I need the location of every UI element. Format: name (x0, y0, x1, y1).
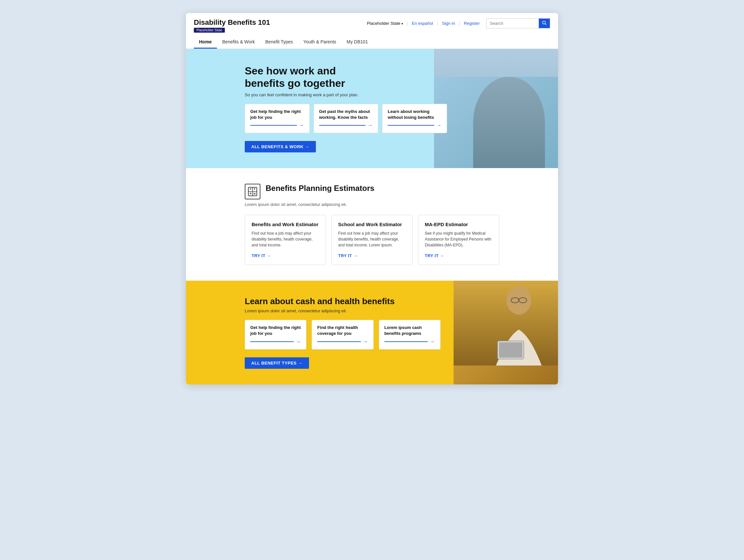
browser-window: Disability Benefits 101 Placeholder Stat… (186, 13, 558, 384)
benefit-card-2[interactable]: Find the right health coverage for you → (312, 320, 373, 349)
register-link[interactable]: Register (464, 21, 480, 26)
hero-card-1-arrow: → (250, 122, 304, 128)
main-nav: Home Benefits & Work Benefit Types Youth… (194, 36, 550, 49)
benefits-content: Learn about cash and health benefits Lor… (245, 296, 441, 368)
arrow-right-icon: → (363, 339, 368, 345)
svg-line-1 (545, 24, 547, 25)
hero-image (434, 49, 558, 168)
search-input[interactable] (487, 19, 539, 28)
estimator-2-title: School and Work Estimator (338, 222, 406, 227)
benefits-image (454, 281, 558, 384)
estimator-1-desc: Find out how a job may affect your disab… (252, 230, 319, 248)
estimators-title: Benefits Planning Estimators (266, 184, 374, 193)
estimator-3-title: MA-EPD Estimator (425, 222, 492, 227)
benefit-card-1[interactable]: Get help finding the right job for you → (245, 320, 306, 349)
arrow-right-icon: → (367, 122, 373, 128)
svg-point-7 (490, 102, 493, 105)
benefits-section: Learn about cash and health benefits Lor… (186, 281, 558, 384)
header-right: Placeholder State | En español | Sign in… (367, 18, 550, 28)
hero-card-3-arrow: → (388, 122, 442, 128)
benefit-card-3-arrow: → (384, 339, 435, 345)
state-badge: Placeholder State (194, 28, 225, 33)
svg-point-3 (498, 80, 526, 113)
arrow-right-icon: → (430, 339, 435, 345)
hero-subtitle: So you can feel confident in making work… (245, 92, 447, 97)
arrow-right-icon: → (436, 122, 442, 128)
estimators-section: Benefits Planning Estimators Lorem ipsum… (186, 168, 558, 281)
svg-rect-4 (497, 96, 500, 102)
nav-benefits-work[interactable]: Benefits & Work (217, 36, 260, 49)
estimator-2-cta[interactable]: TRY IT → (338, 253, 406, 258)
sign-in-link[interactable]: Sign in (442, 21, 455, 26)
hero-content: See how work and benefits go together So… (245, 65, 447, 152)
logo-area: Disability Benefits 101 Placeholder Stat… (194, 18, 270, 33)
svg-rect-25 (499, 342, 522, 358)
search-button[interactable] (539, 18, 550, 28)
hero-card-3[interactable]: Learn about working without losing benef… (382, 104, 447, 133)
arrow-right-icon: → (296, 339, 301, 345)
estimators-header: Benefits Planning Estimators (245, 184, 499, 199)
hero-section: See how work and benefits go together So… (186, 49, 558, 168)
hero-card-2[interactable]: Get past the myths about working. Know t… (313, 104, 378, 133)
estimator-1-cta[interactable]: TRY IT → (252, 253, 319, 258)
estimator-card-1: Benefits and Work Estimator Find out how… (245, 215, 326, 265)
arrow-right-icon: → (299, 122, 304, 128)
benefit-card-3[interactable]: Lorem ipsum cash benefits programs → (379, 320, 441, 349)
estimators-desc: Lorem ipsum dolor sit amet, consectetur … (245, 202, 499, 207)
nav-my-db101[interactable]: My DB101 (341, 36, 373, 49)
svg-rect-2 (434, 77, 558, 168)
search-bar (486, 18, 550, 28)
estimator-3-cta[interactable]: TRY IT → (425, 253, 492, 258)
estimator-3-desc: See if you might qualify for Medical Ass… (425, 230, 492, 248)
nav-youth-parents[interactable]: Youth & Parents (298, 36, 342, 49)
estimators-title-area: Benefits Planning Estimators (266, 184, 374, 193)
hero-card-1[interactable]: Get help finding the right job for you → (245, 104, 310, 133)
hero-cards: Get help finding the right job for you →… (245, 104, 447, 133)
site-title: Disability Benefits 101 (194, 18, 270, 27)
all-benefits-work-button[interactable]: ALL BENEFITS & WORK → (245, 141, 316, 152)
hero-heading: See how work and benefits go together (245, 65, 447, 90)
benefits-desc: Lorem ipsum dolor sit amet, consectetur … (245, 308, 441, 313)
benefit-cards: Get help finding the right job for you →… (245, 320, 441, 349)
svg-rect-5 (524, 96, 527, 102)
state-selector[interactable]: Placeholder State (367, 21, 403, 26)
estimator-1-title: Benefits and Work Estimator (252, 222, 319, 227)
hero-card-2-arrow: → (319, 122, 373, 128)
lang-link[interactable]: En español (412, 21, 433, 26)
header: Disability Benefits 101 Placeholder Stat… (186, 13, 558, 49)
nav-home[interactable]: Home (194, 36, 217, 49)
benefit-card-1-arrow: → (250, 339, 301, 345)
estimator-card-2: School and Work Estimator Find out how a… (331, 215, 412, 265)
calculator-icon (245, 184, 260, 199)
header-top: Disability Benefits 101 Placeholder Stat… (194, 18, 550, 33)
estimator-cards: Benefits and Work Estimator Find out how… (245, 215, 499, 265)
benefits-title: Learn about cash and health benefits (245, 296, 441, 306)
estimator-2-desc: Find out how a job may affect your disab… (338, 230, 406, 248)
all-benefit-types-button[interactable]: ALL BENEFIT TYPES → (245, 357, 309, 369)
benefit-card-2-arrow: → (317, 339, 368, 345)
hero-person-image (434, 49, 558, 168)
estimator-card-3: MA-EPD Estimator See if you might qualif… (418, 215, 499, 265)
nav-benefit-types[interactable]: Benefit Types (260, 36, 298, 49)
svg-line-6 (493, 100, 497, 103)
